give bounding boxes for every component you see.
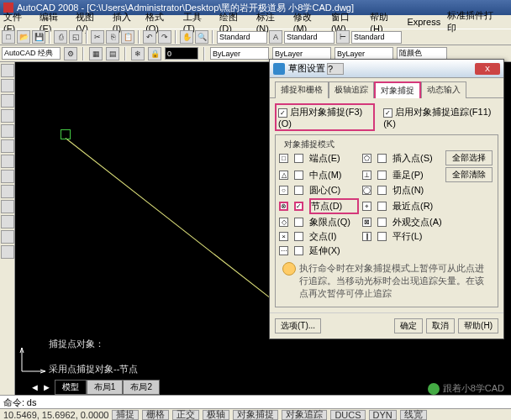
hatch-tool-icon[interactable]: [1, 185, 14, 198]
layer-combo[interactable]: 0: [165, 47, 198, 60]
intersect-checkbox[interactable]: [294, 232, 303, 241]
redo-icon[interactable]: ↷: [158, 30, 171, 44]
cut-icon[interactable]: ✂: [91, 30, 104, 44]
color-combo[interactable]: ByLayer: [210, 47, 269, 60]
osnap-toggle[interactable]: 对象捕捉: [233, 410, 278, 420]
options-button[interactable]: 选项(T)...: [275, 318, 321, 333]
tab-osnap[interactable]: 对象捕捉: [374, 81, 421, 98]
draw-palette: [0, 62, 15, 395]
appint-checkbox[interactable]: [377, 218, 387, 227]
dimstyle-combo[interactable]: Standard: [284, 31, 335, 44]
insert-icon: ⬠: [362, 154, 371, 163]
ellipse-tool-icon[interactable]: [1, 170, 14, 183]
close-icon[interactable]: X: [475, 63, 500, 75]
line-tool-icon[interactable]: [1, 64, 14, 77]
menubar[interactable]: 文件(F) 编辑(E) 视图(V) 插入(I) 格式(O) 工具(T) 绘图(D…: [0, 15, 511, 29]
layer-icon[interactable]: ▦: [89, 47, 103, 60]
dialog-titlebar[interactable]: 草图设置 ? X: [270, 60, 503, 78]
enable-osnap-label: 启用对象捕捉(F3)(O): [278, 107, 362, 129]
pan-icon[interactable]: ✋: [180, 30, 193, 44]
clear-all-button[interactable]: 全部清除: [445, 167, 493, 182]
ortho-toggle[interactable]: 正交: [172, 410, 199, 420]
snap-toggle[interactable]: 捕捉: [112, 410, 139, 420]
menu-draw[interactable]: 绘图(D): [219, 11, 250, 34]
freeze-icon[interactable]: ❄: [131, 47, 145, 60]
center-checkbox[interactable]: [294, 186, 303, 195]
node-checkbox[interactable]: ✓: [294, 202, 303, 211]
insert-checkbox[interactable]: [377, 154, 387, 163]
ok-button[interactable]: 确定: [394, 318, 423, 333]
pline-tool-icon[interactable]: [1, 79, 14, 92]
zoom-icon[interactable]: 🔍: [195, 30, 208, 44]
menu-help[interactable]: 帮助(H): [370, 11, 400, 34]
gear-icon[interactable]: ⚙: [64, 47, 77, 60]
region-tool-icon[interactable]: [1, 245, 14, 259]
quadrant-checkbox[interactable]: [294, 218, 303, 227]
dim-icon[interactable]: ⊢: [336, 30, 350, 44]
table-tool-icon[interactable]: [1, 230, 14, 244]
help-button-icon[interactable]: ?: [327, 63, 344, 75]
appint-label: 外观交点(A): [392, 216, 442, 228]
midpoint-checkbox[interactable]: [294, 171, 303, 180]
command-line[interactable]: 命令: ds: [0, 395, 511, 408]
extension-checkbox[interactable]: [294, 246, 303, 255]
node-icon: ⊗: [279, 202, 288, 211]
cancel-button[interactable]: 取消: [426, 318, 455, 333]
nearest-checkbox[interactable]: [377, 202, 387, 211]
point-tool-icon[interactable]: [1, 200, 14, 213]
tablestyle-combo[interactable]: Standard: [351, 31, 402, 44]
midpoint-label: 中点(M): [309, 169, 359, 181]
lwt-toggle[interactable]: 线宽: [400, 410, 427, 420]
textstyle-combo[interactable]: Standard: [217, 31, 267, 44]
enable-osnap-group: ✓ 启用对象捕捉(F3)(O): [275, 103, 375, 131]
workspace-combo[interactable]: AutoCAD 经典: [2, 47, 61, 60]
tab-model[interactable]: 模型: [55, 380, 87, 395]
arc-tool-icon[interactable]: [1, 124, 14, 138]
layerstate-icon[interactable]: ▤: [106, 47, 119, 60]
tab-snap-grid[interactable]: 捕捉和栅格: [275, 81, 329, 98]
paste-icon[interactable]: 📋: [121, 30, 134, 44]
perp-label: 垂足(P): [392, 169, 442, 181]
print-icon[interactable]: ⎙: [54, 30, 67, 44]
dyn-toggle[interactable]: DYN: [369, 410, 397, 420]
enable-osnap-checkbox[interactable]: ✓: [278, 108, 287, 118]
linetype-combo[interactable]: ByLayer: [272, 47, 331, 60]
parallel-label: 平行(L): [392, 230, 442, 243]
text-icon[interactable]: A: [269, 30, 282, 44]
otrack-toggle[interactable]: 对象追踪: [282, 410, 327, 420]
tab-dynamic[interactable]: 动态输入: [421, 81, 466, 98]
parallel-checkbox[interactable]: [377, 232, 387, 241]
menu-other[interactable]: 标准插件打印: [447, 9, 501, 34]
enable-otrack-checkbox[interactable]: ✓: [383, 108, 392, 118]
perp-icon: ⊥: [362, 171, 371, 180]
polygon-tool-icon[interactable]: [1, 94, 14, 108]
intersect-label: 交点(I): [309, 230, 359, 243]
grid-toggle[interactable]: 栅格: [142, 410, 169, 420]
menu-express[interactable]: Express: [407, 17, 440, 27]
preview-icon[interactable]: ◱: [69, 30, 82, 44]
lineweight-combo[interactable]: ByLayer: [335, 47, 393, 60]
text-tool-icon[interactable]: [1, 215, 14, 228]
tab-layout1[interactable]: 布局1: [87, 380, 124, 395]
tab-polar[interactable]: 极轴追踪: [329, 81, 374, 98]
polar-toggle[interactable]: 极轴: [203, 410, 229, 420]
menu-modify[interactable]: 修改(M): [293, 11, 324, 34]
circle-tool-icon[interactable]: [1, 139, 14, 153]
lock-icon[interactable]: 🔒: [148, 47, 161, 60]
undo-icon[interactable]: ↶: [143, 30, 156, 44]
help-button[interactable]: 帮助(H): [458, 318, 498, 333]
copy-icon[interactable]: ⎘: [106, 30, 119, 44]
tab-layout2[interactable]: 布局2: [123, 380, 160, 395]
rect-tool-icon[interactable]: [1, 109, 14, 123]
midpoint-icon: △: [279, 171, 288, 180]
spline-tool-icon[interactable]: [1, 155, 14, 168]
perp-checkbox[interactable]: [377, 171, 387, 180]
endpoint-checkbox[interactable]: [294, 154, 303, 163]
new-icon[interactable]: □: [2, 30, 15, 44]
select-all-button[interactable]: 全部选择: [445, 150, 493, 165]
save-icon[interactable]: 💾: [32, 30, 45, 44]
tangent-checkbox[interactable]: [377, 186, 387, 195]
open-icon[interactable]: 📂: [17, 30, 30, 44]
plotstyle-combo[interactable]: 随颜色: [397, 47, 447, 60]
ducs-toggle[interactable]: DUCS: [330, 410, 365, 420]
